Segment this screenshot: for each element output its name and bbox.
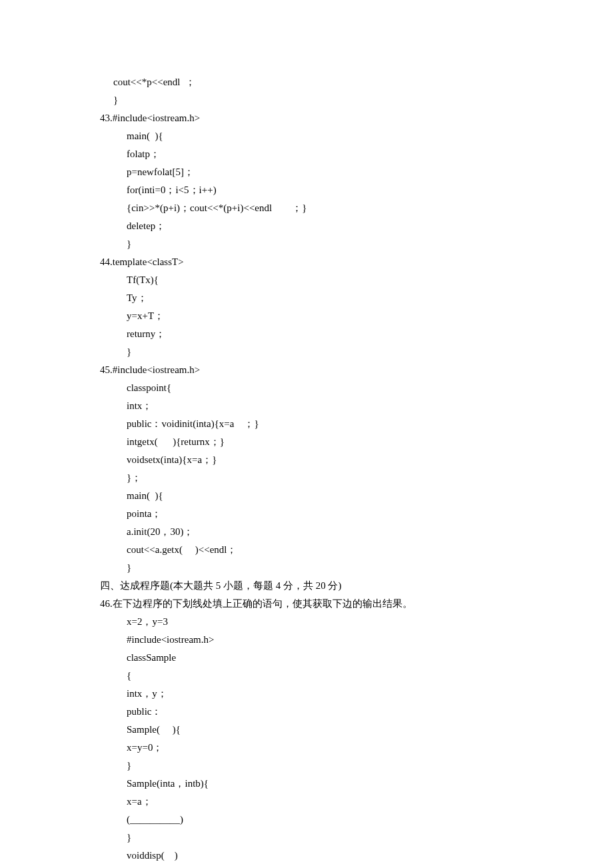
code-line: a.init(20，30)； [100, 523, 526, 541]
code-line: Ty； [100, 289, 526, 307]
code-line: } [100, 559, 526, 577]
code-line: main( ){ [100, 487, 526, 505]
code-line: classSample [100, 649, 526, 667]
code-line: #include<iostream.h> [100, 631, 526, 649]
code-line: for(inti=0；i<5；i++) [100, 181, 526, 199]
code-line: folatp； [100, 145, 526, 163]
code-line: }； [100, 469, 526, 487]
code-line: x=y=0； [100, 739, 526, 757]
code-line: Tf(Tx){ [100, 271, 526, 289]
code-line: classpoint{ [100, 379, 526, 397]
code-line: public：voidinit(inta){x=a ；} [100, 415, 526, 433]
code-line: { [100, 667, 526, 685]
code-line: 四、达成程序题(本大题共 5 小题，每题 4 分，共 20 分) [100, 577, 526, 595]
code-line: {cin>>*(p+i)；cout<<*(p+i)<<endl ；} [100, 199, 526, 217]
code-line: public： [100, 703, 526, 721]
code-line: cout<<*p<<endl ； [100, 73, 526, 91]
code-line: intgetx( ){returnx；} [100, 433, 526, 451]
code-line: (__________) [100, 811, 526, 829]
code-line: 45.#include<iostream.h> [100, 361, 526, 379]
code-line: returny； [100, 325, 526, 343]
code-line: pointa； [100, 505, 526, 523]
code-line: Sample(inta，intb){ [100, 775, 526, 793]
code-line: } [100, 235, 526, 253]
code-line: main( ){ [100, 127, 526, 145]
code-line: intx； [100, 397, 526, 415]
code-line: } [100, 343, 526, 361]
code-line: voiddisp( ) [100, 847, 526, 865]
code-line: deletep； [100, 217, 526, 235]
code-line: 44.template<classT> [100, 253, 526, 271]
code-line: x=2，y=3 [100, 613, 526, 631]
code-line: cout<<a.getx( )<<endl； [100, 541, 526, 559]
code-line: p=newfolat[5]； [100, 163, 526, 181]
code-line: } [100, 829, 526, 847]
code-line: intx，y； [100, 685, 526, 703]
code-line: voidsetx(inta){x=a；} [100, 451, 526, 469]
page-content: cout<<*p<<endl ；}43.#include<iostream.h>… [0, 0, 613, 868]
code-line: 46.在下边程序的下划线处填上正确的语句，使其获取下边的输出结果。 [100, 595, 526, 613]
code-line: } [100, 91, 526, 109]
code-line: } [100, 757, 526, 775]
code-line: x=a； [100, 793, 526, 811]
code-line: y=x+T； [100, 307, 526, 325]
code-line: Sample( ){ [100, 721, 526, 739]
code-line: 43.#include<iostream.h> [100, 109, 526, 127]
